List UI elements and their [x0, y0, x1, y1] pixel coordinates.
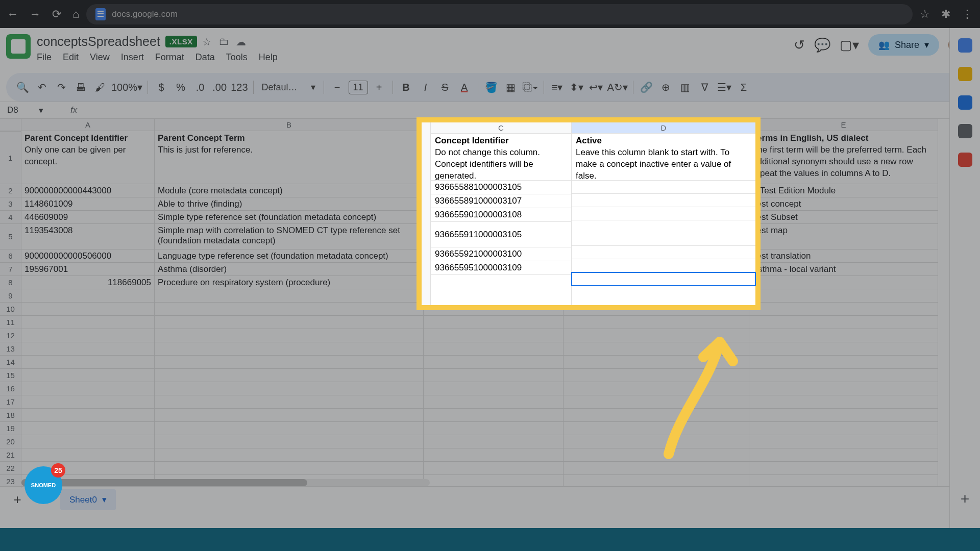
contacts-icon[interactable]: [958, 124, 972, 138]
cell[interactable]: [749, 303, 938, 316]
cell[interactable]: [424, 369, 564, 382]
col-header-e[interactable]: E: [749, 119, 938, 131]
cell[interactable]: 1148601009: [21, 197, 155, 211]
cell[interactable]: [155, 462, 424, 475]
cell[interactable]: [155, 395, 424, 409]
row-header[interactable]: 19: [0, 422, 21, 435]
row-header[interactable]: 22: [0, 462, 21, 475]
menu-format[interactable]: Format: [155, 52, 184, 63]
sheets-logo-icon[interactable]: [6, 34, 31, 59]
menu-edit[interactable]: Edit: [63, 52, 79, 63]
cloud-status-icon[interactable]: ☁: [236, 36, 246, 48]
extensions-icon[interactable]: ✱: [941, 8, 950, 21]
cell[interactable]: [155, 289, 424, 303]
borders-icon[interactable]: ▦: [503, 78, 519, 96]
cell[interactable]: Test Subset: [749, 211, 938, 224]
cell[interactable]: Test concept: [749, 197, 938, 211]
menu-data[interactable]: Data: [195, 52, 215, 63]
cell[interactable]: [424, 382, 564, 395]
cell[interactable]: [21, 422, 155, 435]
dec-decimal-icon[interactable]: .0: [192, 78, 208, 96]
cell[interactable]: 118669005: [21, 276, 155, 289]
cell[interactable]: Simple map with correlation to SNOMED CT…: [155, 224, 424, 249]
row-header[interactable]: 7: [0, 263, 21, 276]
chart-icon[interactable]: ▥: [677, 78, 694, 96]
more-formats-button[interactable]: 123: [231, 78, 248, 96]
cell[interactable]: Asthma - local variant: [749, 263, 938, 276]
zoom-select[interactable]: 100% ▾: [111, 78, 142, 96]
cell[interactable]: 900000000000506000: [21, 249, 155, 263]
fill-color-icon[interactable]: 🪣: [483, 78, 500, 96]
cell[interactable]: [424, 395, 564, 409]
cell[interactable]: 1193543008: [21, 224, 155, 249]
row-header[interactable]: 11: [0, 316, 21, 329]
percent-icon[interactable]: %: [173, 78, 189, 96]
print-icon[interactable]: 🖶: [72, 78, 89, 96]
merge-icon[interactable]: ⿻▾: [522, 78, 538, 96]
row-header[interactable]: 3: [0, 197, 21, 211]
wrap-icon[interactable]: ↩▾: [588, 78, 604, 96]
row-header[interactable]: 14: [0, 356, 21, 369]
cell[interactable]: [564, 369, 749, 382]
cell[interactable]: [21, 342, 155, 356]
cell[interactable]: [749, 316, 938, 329]
cell[interactable]: [155, 422, 424, 435]
cell[interactable]: [155, 382, 424, 395]
row-header[interactable]: 17: [0, 395, 21, 409]
cell[interactable]: [21, 435, 155, 448]
undo-icon[interactable]: ↶: [34, 78, 50, 96]
cell[interactable]: [424, 448, 564, 462]
cell[interactable]: [424, 435, 564, 448]
cell[interactable]: [21, 289, 155, 303]
cell[interactable]: [564, 356, 749, 369]
name-box[interactable]: D8▾: [0, 105, 61, 116]
dec-font-icon[interactable]: −: [329, 78, 346, 96]
cell[interactable]: [424, 356, 564, 369]
halign-icon[interactable]: ≡▾: [549, 78, 566, 96]
row-header[interactable]: 12: [0, 329, 21, 342]
reload-icon[interactable]: ⟳: [52, 8, 61, 21]
link-icon[interactable]: 🔗: [639, 78, 655, 96]
star-doc-icon[interactable]: ☆: [202, 36, 211, 48]
cell[interactable]: [155, 448, 424, 462]
filter-icon[interactable]: ∇: [697, 78, 713, 96]
cell[interactable]: Able to thrive (finding): [155, 197, 424, 211]
cell[interactable]: [749, 276, 938, 289]
cell[interactable]: [21, 369, 155, 382]
valign-icon[interactable]: ⬍▾: [569, 78, 585, 96]
cell[interactable]: 195967001: [21, 263, 155, 276]
bold-icon[interactable]: B: [398, 78, 414, 96]
calendar-icon[interactable]: [958, 38, 972, 53]
cell[interactable]: [749, 448, 938, 462]
cell[interactable]: Language type reference set (foundation …: [155, 249, 424, 263]
row-header[interactable]: 21: [0, 448, 21, 462]
cell[interactable]: [749, 342, 938, 356]
cell[interactable]: [424, 329, 564, 342]
cell[interactable]: [155, 329, 424, 342]
move-doc-icon[interactable]: 🗀: [218, 36, 229, 48]
home-icon[interactable]: ⌂: [72, 8, 79, 21]
cell[interactable]: [749, 462, 938, 475]
cell[interactable]: Procedure on respiratory system (procedu…: [155, 276, 424, 289]
filter-views-icon[interactable]: ☰▾: [716, 78, 732, 96]
text-color-icon[interactable]: A: [456, 78, 473, 96]
horizontal-scrollbar[interactable]: [21, 479, 430, 486]
currency-icon[interactable]: $: [153, 78, 169, 96]
cell[interactable]: [564, 409, 749, 422]
get-addons-icon[interactable]: +: [961, 490, 970, 508]
cell[interactable]: [564, 395, 749, 409]
inc-decimal-icon[interactable]: .00: [211, 78, 228, 96]
cell[interactable]: Test translation: [749, 249, 938, 263]
row-header[interactable]: 6: [0, 249, 21, 263]
col-header-b[interactable]: B: [155, 119, 424, 131]
cell[interactable]: [21, 303, 155, 316]
strike-icon[interactable]: S: [437, 78, 453, 96]
document-title[interactable]: conceptsSpreadsheet: [37, 34, 160, 49]
cell[interactable]: [564, 382, 749, 395]
font-size-input[interactable]: 11: [349, 81, 368, 94]
row-header[interactable]: 2: [0, 184, 21, 197]
row-header[interactable]: 13: [0, 342, 21, 356]
rotate-icon[interactable]: A↻▾: [607, 78, 628, 96]
cell[interactable]: [749, 329, 938, 342]
cell[interactable]: [155, 369, 424, 382]
